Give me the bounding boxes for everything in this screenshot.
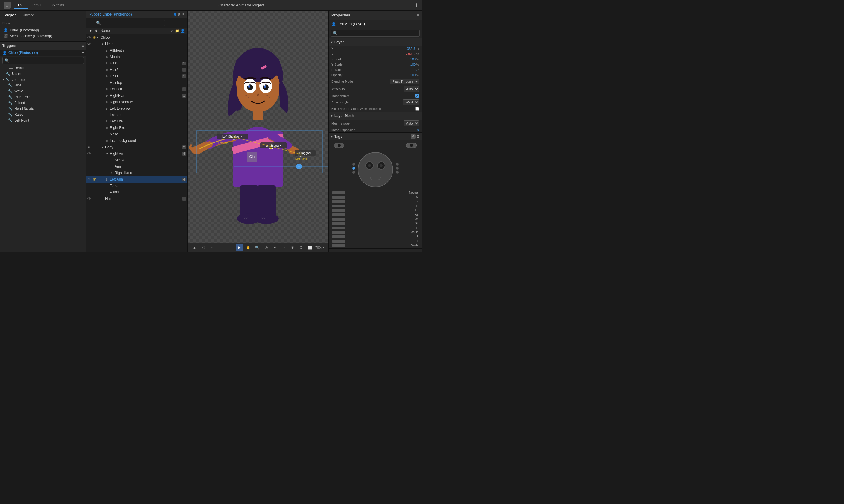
tree-arrow-1[interactable]: ▾ (102, 42, 105, 46)
tree-eye-0[interactable]: 👁 (87, 35, 92, 39)
tree-arrow-16[interactable]: ▷ (106, 139, 110, 142)
tree-arrow-4[interactable]: ▷ (106, 62, 110, 65)
tree-row-left-arm[interactable]: 👁♛▷Left Arm4 (87, 176, 187, 183)
props-menu-icon[interactable]: ≡ (417, 13, 419, 17)
grid-tool[interactable]: ⬜ (307, 244, 313, 251)
tree-arrow-9[interactable]: ▷ (106, 94, 110, 97)
x-value[interactable]: 362.5 (407, 47, 415, 50)
tags-section-header[interactable]: ▾ Tags A ⊞ (328, 133, 422, 140)
xscale-value[interactable]: 100 (410, 57, 416, 61)
trigger-upset[interactable]: 🔧 Upset (0, 71, 86, 77)
independent-checkbox[interactable] (415, 94, 419, 97)
trigger-raise[interactable]: 🔧 Raise (5, 112, 86, 118)
tree-row-lashes[interactable]: Lashes (87, 112, 187, 118)
mesh-tool[interactable]: ✾ (289, 244, 296, 251)
mesh-expansion-value[interactable]: 0 (417, 128, 419, 131)
layer-mesh-section-header[interactable]: ▾ Layer Mesh (328, 112, 422, 120)
project-item-scene[interactable]: 🎬 Scene - Chloe (Photoshop) (0, 33, 86, 39)
trigger-right-point[interactable]: 🔧 Right Point (5, 94, 86, 100)
tree-arrow-3[interactable]: ▷ (106, 55, 110, 58)
trigger-default[interactable]: — Default (0, 65, 86, 71)
tree-row-hair2[interactable]: ▷Hair21 (87, 67, 187, 73)
trigger-left-point[interactable]: 🔧 Left Point (5, 118, 86, 123)
yscale-value[interactable]: 100 (410, 63, 416, 66)
tree-crown-22[interactable]: ♛ (92, 177, 97, 181)
tab-project[interactable]: Project (2, 12, 18, 18)
tree-arrow-0[interactable]: ▾ (97, 36, 101, 39)
home-icon[interactable]: ⌂ (3, 2, 11, 9)
tree-arrow-8[interactable]: ▷ (106, 88, 110, 91)
tree-row-right-arm[interactable]: 👁▾Right Arm4 (87, 150, 187, 157)
puppet-menu-icon[interactable]: ≡ (182, 12, 184, 16)
tree-arrow-21[interactable]: ▷ (111, 172, 114, 174)
target-tool[interactable]: ◎ (263, 244, 270, 251)
tree-arrow-14[interactable]: ▷ (106, 126, 110, 129)
trigger-group-arm-poses[interactable]: ▾ 🔧 Arm Poses (0, 77, 86, 82)
tree-arrow-10[interactable]: ▷ (106, 101, 110, 104)
tree-eye-1[interactable]: 👁 (87, 42, 92, 46)
tree-arrow-13[interactable]: ▷ (106, 120, 110, 123)
trigger-wave[interactable]: 🔧 Wave (5, 88, 86, 94)
tree-row-right-eyebrow[interactable]: ▷Right Eyebrow (87, 99, 187, 105)
tree-row-right-eye[interactable]: ▷Right Eye (87, 125, 187, 131)
tree-row-left-eye[interactable]: ▷Left Eye (87, 118, 187, 125)
tree-row-body[interactable]: 👁▾Body2 (87, 144, 187, 150)
tree-row-mouth[interactable]: ▷Mouth (87, 54, 187, 60)
tree-arrow-11[interactable]: ▷ (106, 107, 110, 110)
tree-arrow-2[interactable]: ▷ (106, 49, 110, 52)
tree-row-left-eyebrow[interactable]: ▷Left Eyebrow (87, 105, 187, 112)
hexagon-icon[interactable]: ⬡ (200, 244, 207, 251)
tree-row-pants[interactable]: Pants (87, 189, 187, 195)
tags-btn-grid[interactable]: ⊞ (417, 134, 420, 139)
tree-arrow-6[interactable]: ▷ (106, 75, 110, 78)
star-tool[interactable]: ✱ (271, 244, 279, 251)
tree-row-hair[interactable]: 👁Hair1 (87, 195, 187, 202)
triggers-add-button[interactable]: + (82, 51, 84, 55)
tree-arrow-22[interactable]: ▷ (106, 178, 110, 181)
tree-row-sleeve[interactable]: Sleeve (87, 157, 187, 163)
tree-row-righthair[interactable]: ▷RightHair1 (87, 92, 187, 99)
attach-to-select[interactable]: Auto (403, 86, 419, 92)
rotate-value[interactable]: 0 (415, 68, 417, 72)
tab-history[interactable]: History (20, 12, 36, 18)
attach-style-select[interactable]: Weld (403, 99, 419, 105)
zoom-dropdown-icon[interactable]: ▾ (323, 246, 325, 249)
tree-row-lefthair[interactable]: ▷LeftHair1 (87, 86, 187, 92)
tab-stream[interactable]: Stream (48, 2, 68, 9)
tree-eye-17[interactable]: 👁 (87, 145, 92, 149)
opacity-value[interactable]: 100 (410, 73, 416, 77)
select-tool[interactable]: ▶ (236, 244, 243, 251)
trigger-head-scratch[interactable]: 🔧 Head Scratch (5, 106, 86, 112)
tree-row-altmouth[interactable]: ▷AltMouth (87, 47, 187, 54)
layer-section-header[interactable]: ▾ Layer (328, 38, 422, 46)
tree-row-arm[interactable]: Arm (87, 163, 187, 170)
tree-row-head[interactable]: 👁▾Head (87, 41, 187, 47)
trigger-folded[interactable]: 🔧 Folded (5, 100, 86, 106)
tree-row-nose[interactable]: Nose (87, 131, 187, 138)
export-icon[interactable]: ⬆ (415, 2, 418, 8)
tree-crown-0[interactable]: ♛ (92, 35, 97, 39)
puppet-search-input[interactable] (89, 20, 165, 26)
tree-row-chloe[interactable]: 👁♛▾Chloe (87, 34, 187, 41)
trigger-hips[interactable]: 🔧 Hips (5, 82, 86, 88)
props-search-input[interactable] (331, 30, 420, 37)
tree-row-torso[interactable]: Torso (87, 183, 187, 189)
tab-record[interactable]: Record (28, 2, 48, 9)
y-value[interactable]: -347.5 (406, 52, 415, 56)
tree-row-hair3[interactable]: ▷Hair31 (87, 60, 187, 67)
tree-arrow-17[interactable]: ▾ (102, 146, 105, 148)
tags-btn-a[interactable]: A (411, 134, 416, 139)
link-tool[interactable]: ⛓ (298, 244, 305, 251)
zoom-tool[interactable]: 🔍 (254, 244, 261, 251)
tree-eye-22[interactable]: 👁 (87, 177, 92, 181)
mesh-shape-select[interactable]: Auto (403, 121, 419, 126)
tree-arrow-5[interactable]: ▷ (106, 68, 110, 71)
pan-tool[interactable]: ✋ (245, 244, 252, 251)
tree-eye-25[interactable]: 👁 (87, 197, 92, 201)
project-item-chloe[interactable]: 👤 Chloe (Photoshop) (0, 27, 86, 33)
circle-icon[interactable]: ○ (209, 244, 216, 251)
tree-row-hairtop[interactable]: HairTop (87, 79, 187, 86)
tab-rig[interactable]: Rig (14, 2, 28, 9)
tree-row-hair1[interactable]: ▷Hair11 (87, 73, 187, 79)
swap-tool[interactable]: ↔ (280, 244, 287, 251)
